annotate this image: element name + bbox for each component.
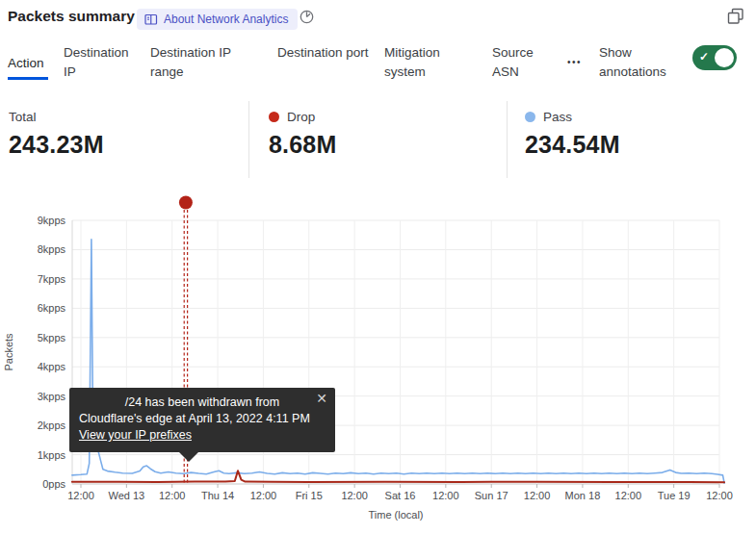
drop-legend-dot xyxy=(269,112,279,122)
stat-drop-label: Drop xyxy=(287,110,315,124)
x-tick-label: Thu 14 xyxy=(201,490,234,501)
stat-pass[interactable]: Pass 234.54M xyxy=(507,101,756,178)
x-tick-label: Sat 16 xyxy=(385,490,416,501)
y-tick-label: 8kpps xyxy=(38,243,66,255)
stat-pass-label: Pass xyxy=(543,110,572,124)
y-tick-label: 2kpps xyxy=(38,420,66,431)
stats-row: Total 243.23M Drop 8.68M Pass 234.54M xyxy=(0,101,756,178)
stat-pass-value: 234.54M xyxy=(525,131,756,159)
page-title: Packets summary xyxy=(8,8,135,25)
x-tick-label: 12:00 xyxy=(706,490,733,501)
stat-drop[interactable]: Drop 8.68M xyxy=(248,101,507,178)
stat-total: Total 243.23M xyxy=(0,101,248,178)
y-tick-label: 5kpps xyxy=(38,332,66,343)
clock-icon[interactable] xyxy=(299,9,316,26)
y-tick-label: 7kpps xyxy=(38,273,66,285)
x-tick-label: Mon 18 xyxy=(565,490,601,501)
x-tick-label: 12:00 xyxy=(432,490,459,501)
tab-mitigation-system[interactable]: Mitigation system xyxy=(384,43,477,82)
x-tick-label: 12:00 xyxy=(524,490,551,501)
pass-legend-dot xyxy=(525,112,535,122)
packets-time-series-chart[interactable]: 0pps1kpps2kpps3kpps4kpps5kpps6kpps7kpps8… xyxy=(0,192,756,534)
x-axis-title: Time (local) xyxy=(368,509,423,521)
dimension-tabs: Action Destination IP Destination IP ran… xyxy=(8,43,748,82)
stat-total-label: Total xyxy=(9,110,37,124)
ellipsis-icon[interactable]: ••• xyxy=(567,57,582,67)
x-tick-label: 12:00 xyxy=(250,490,277,501)
panel-header: Packets summary About Network Analytics xyxy=(0,0,756,38)
packets-summary-panel: Packets summary About Network Analytics xyxy=(0,0,756,534)
annotation-tooltip: ✕ /24 has been withdrawn from Cloudflare… xyxy=(69,388,335,452)
chart-plot[interactable]: 0pps1kpps2kpps3kpps4kpps5kpps6kpps7kpps8… xyxy=(0,192,756,534)
badge-label: About Network Analytics xyxy=(164,13,288,26)
toggle-knob xyxy=(715,48,734,67)
x-tick-label: Sun 17 xyxy=(475,490,508,501)
y-tick-label: 6kpps xyxy=(38,302,66,314)
x-tick-label: 12:00 xyxy=(341,490,368,501)
check-icon: ✓ xyxy=(699,50,709,64)
y-tick-label: 9kpps xyxy=(38,215,66,226)
show-annotations-label: Show annotations xyxy=(599,43,678,82)
x-tick-label: Fri 15 xyxy=(296,490,323,501)
about-network-analytics-badge[interactable]: About Network Analytics xyxy=(137,9,298,30)
x-tick-label: Wed 13 xyxy=(108,490,144,501)
restore-window-icon[interactable] xyxy=(726,7,745,26)
x-tick-label: 12:00 xyxy=(615,490,642,501)
tab-action[interactable]: Action xyxy=(8,54,48,80)
x-tick-label: Tue 19 xyxy=(658,490,691,501)
stat-drop-value: 8.68M xyxy=(269,131,507,159)
show-annotations-toggle[interactable]: ✓ xyxy=(692,45,737,70)
y-tick-label: 0pps xyxy=(42,478,65,490)
x-tick-label: 12:00 xyxy=(159,490,186,501)
tab-source-asn[interactable]: Source ASN xyxy=(492,43,540,82)
tooltip-line2: Cloudflare's edge at April 13, 2022 4:11… xyxy=(79,411,326,427)
tooltip-line1: /24 has been withdrawn from xyxy=(79,394,326,411)
tab-destination-ip-range[interactable]: Destination IP range xyxy=(150,43,262,82)
y-tick-label: 3kpps xyxy=(38,391,66,402)
stat-total-value: 243.23M xyxy=(9,131,248,159)
close-icon[interactable]: ✕ xyxy=(316,392,327,405)
annotation-marker-dot[interactable] xyxy=(179,196,193,210)
tab-destination-port[interactable]: Destination port xyxy=(277,43,369,63)
y-axis-title: Packets xyxy=(3,333,14,371)
book-icon xyxy=(144,13,158,26)
x-tick-label: 12:00 xyxy=(67,490,94,501)
y-tick-label: 4kpps xyxy=(38,361,66,372)
y-tick-label: 1kpps xyxy=(38,449,66,461)
view-ip-prefixes-link[interactable]: View your IP prefixes xyxy=(79,427,192,444)
tab-destination-ip[interactable]: Destination IP xyxy=(64,43,135,82)
